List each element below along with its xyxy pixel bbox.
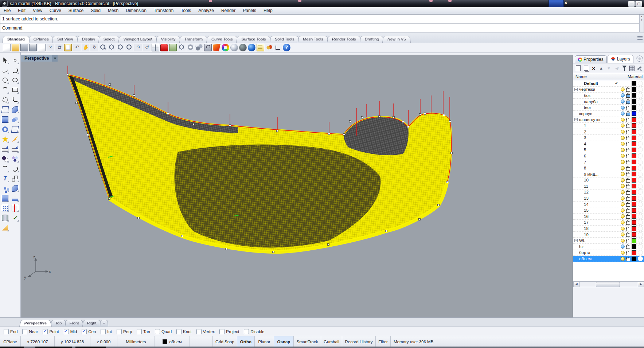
toolbar-tab-render-tools[interactable]: Render Tools xyxy=(327,36,361,43)
layer-visibility-toggle[interactable] xyxy=(620,106,625,110)
layer-material[interactable] xyxy=(637,220,644,225)
layer-visibility-toggle[interactable] xyxy=(620,112,625,116)
move-layer-up-icon[interactable]: ▲ xyxy=(598,65,604,71)
layer-row-19[interactable]: 19 xyxy=(573,232,644,238)
toolbar-tab-cplanes[interactable]: CPlanes xyxy=(28,36,54,43)
menu-edit[interactable]: Edit xyxy=(14,8,29,13)
layer-visibility-toggle[interactable] xyxy=(620,124,625,128)
layer-material[interactable] xyxy=(637,117,644,122)
rendered-viewport-icon[interactable] xyxy=(248,44,255,51)
layer-lock-toggle[interactable] xyxy=(625,178,631,183)
checkbox-unchecked-icon[interactable] xyxy=(137,329,142,334)
layer-material[interactable] xyxy=(637,184,644,189)
menu-panels[interactable]: Panels xyxy=(239,8,260,13)
layer-row-чертежи[interactable]: −чертежи xyxy=(573,87,644,93)
cplane-widget-icon[interactable] xyxy=(274,44,282,51)
polygon-tool[interactable] xyxy=(0,95,10,105)
checkbox-unchecked-icon[interactable] xyxy=(22,329,27,334)
layer-row-Default[interactable]: Default✓ xyxy=(573,81,644,87)
layer-material[interactable] xyxy=(637,135,644,140)
layer-visibility-toggle[interactable] xyxy=(620,136,625,140)
help-icon[interactable] xyxy=(283,44,290,51)
filter-layers-icon[interactable] xyxy=(621,65,627,71)
render-icon[interactable] xyxy=(213,44,220,51)
layer-visibility-toggle[interactable] xyxy=(620,220,625,224)
layer-row-2[interactable]: 2 xyxy=(573,129,644,135)
expand-minus-icon[interactable]: − xyxy=(574,118,578,121)
layer-tools-icon[interactable] xyxy=(636,65,643,71)
menu-transform[interactable]: Transform xyxy=(150,8,177,13)
menu-analyze[interactable]: Analyze xyxy=(195,8,218,13)
layer-row-6[interactable]: 6 xyxy=(573,153,644,159)
toolbar-tab-select[interactable]: Select xyxy=(98,36,120,43)
toolbar-tab-mesh-tools[interactable]: Mesh Tools xyxy=(298,36,328,43)
scrollbar-thumb[interactable] xyxy=(596,282,620,287)
layer-row-15[interactable]: 15 xyxy=(573,207,644,214)
layer-color-swatch[interactable] xyxy=(631,172,637,176)
solid-union-tool[interactable] xyxy=(0,193,10,203)
layer-lock-toggle[interactable] xyxy=(625,202,631,207)
status-smarttrack[interactable]: SmartTrack xyxy=(294,336,321,347)
layer-visibility-toggle[interactable] xyxy=(620,208,625,212)
layer-row-10[interactable]: 10 xyxy=(573,177,644,184)
undo-view-icon[interactable] xyxy=(143,44,151,51)
layer-visibility-toggle[interactable] xyxy=(620,202,625,206)
layer-material[interactable] xyxy=(637,87,644,92)
cylinder-tool[interactable] xyxy=(0,213,10,223)
layer-lock-toggle[interactable] xyxy=(625,208,631,213)
paste-icon[interactable] xyxy=(64,44,72,51)
layer-row-17[interactable]: 17 xyxy=(573,220,644,226)
layer-lock-toggle[interactable] xyxy=(625,123,631,128)
layer-visibility-toggle[interactable] xyxy=(620,130,625,134)
control-point-curve-tool[interactable] xyxy=(0,65,10,75)
osnap-int[interactable]: Int xyxy=(101,329,112,334)
osnap-perp[interactable]: Perp xyxy=(117,329,132,334)
layer-material[interactable] xyxy=(637,99,644,104)
layer-color-swatch[interactable] xyxy=(631,148,637,152)
layer-color-swatch[interactable] xyxy=(631,123,637,128)
layer-row-WL[interactable]: +WL xyxy=(573,238,644,244)
layer-lock-toggle[interactable] xyxy=(625,93,631,98)
zoom-icon[interactable] xyxy=(99,44,107,51)
osnap-knot[interactable]: Knot xyxy=(176,329,192,334)
layer-visibility-toggle[interactable] xyxy=(620,190,625,194)
checkbox-checked-icon[interactable] xyxy=(43,329,48,334)
layer-color-swatch[interactable] xyxy=(631,250,637,255)
layer-lock-toggle[interactable] xyxy=(625,111,631,116)
open-file-icon[interactable] xyxy=(12,44,19,51)
layer-material[interactable] xyxy=(637,238,644,243)
notes-icon[interactable] xyxy=(257,44,264,51)
status-ortho[interactable]: Ortho xyxy=(237,336,255,347)
toolbar-tab-transform[interactable]: Transform xyxy=(179,36,208,43)
command-prompt[interactable]: Command: xyxy=(0,24,644,32)
checkbox-unchecked-icon[interactable] xyxy=(196,329,202,334)
layer-material[interactable] xyxy=(637,232,644,237)
layer-visibility-toggle[interactable] xyxy=(620,148,625,152)
layer-row-5[interactable]: 5 xyxy=(573,147,644,153)
checkbox-unchecked-icon[interactable] xyxy=(176,329,182,334)
check-objects-tool[interactable]: ✓ xyxy=(10,213,20,223)
layer-row-teor[interactable]: teor xyxy=(573,105,644,111)
layer-lock-toggle[interactable] xyxy=(625,148,631,152)
toolbar-tab-curve-tools[interactable]: Curve Tools xyxy=(206,36,238,43)
layer-color-swatch[interactable] xyxy=(631,153,637,158)
layer-color-swatch[interactable] xyxy=(631,141,637,146)
toolbar-tab-viewport-layout[interactable]: Viewport Layout xyxy=(118,36,157,43)
viewport-title-dropdown-icon[interactable] xyxy=(52,55,58,62)
osnap-quad[interactable]: Quad xyxy=(155,329,172,334)
osnap-mid[interactable]: Mid xyxy=(64,329,77,334)
layer-row-бок[interactable]: бок xyxy=(573,93,644,99)
point-tool[interactable] xyxy=(10,55,20,65)
menu-file[interactable]: File xyxy=(0,8,14,13)
layer-lock-toggle[interactable] xyxy=(625,172,631,176)
osnap-end[interactable]: End xyxy=(4,329,17,334)
layer-visibility-toggle[interactable] xyxy=(620,239,625,243)
status-z-0-000[interactable]: z 0.000 xyxy=(90,336,117,347)
curve-through-points-tool[interactable] xyxy=(10,65,20,75)
layer-material[interactable] xyxy=(637,226,644,231)
status-gumball[interactable]: Gumball xyxy=(321,336,342,347)
surface-loft-tool[interactable] xyxy=(10,105,20,114)
status-grid-snap[interactable]: Grid Snap xyxy=(213,336,237,347)
layer-lock-toggle[interactable] xyxy=(625,196,631,201)
layer-visibility-toggle[interactable] xyxy=(620,87,625,91)
